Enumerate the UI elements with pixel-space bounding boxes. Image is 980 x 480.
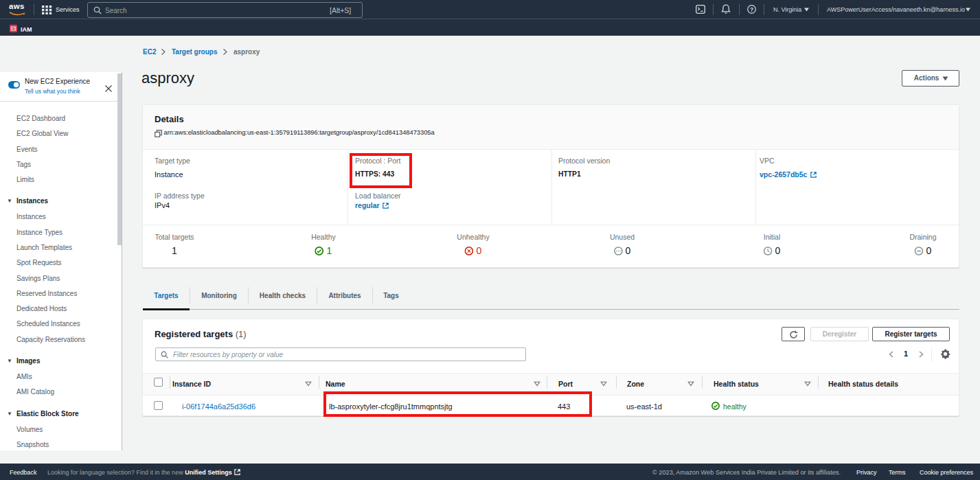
svg-text:?: ? (750, 6, 753, 13)
